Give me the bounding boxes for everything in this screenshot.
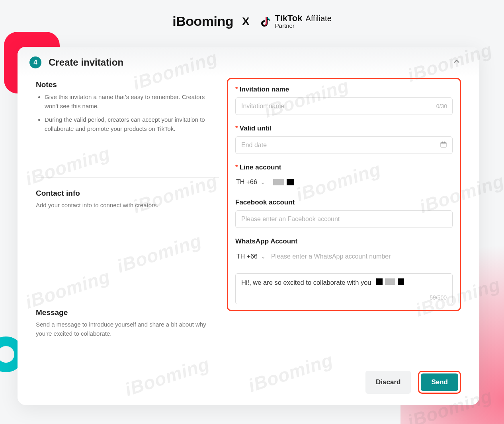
whatsapp-dial-code-select[interactable]: TH +66 ⌄ [236,250,266,263]
step-number-badge: 4 [29,56,41,68]
whatsapp-account-field: WhatsApp Account TH +66 ⌄ [235,237,453,264]
invitation-name-counter: 0/30 [436,103,447,109]
tiktok-affiliate-label: Affiliate [306,14,332,23]
note-item: Give this invitaton a name that's easy t… [45,92,219,111]
contact-info-sub: Add your contact info to connect with cr… [36,201,219,210]
message-text-value: Hi!, we are so excited to collaborate wi… [241,279,371,286]
invitation-name-field: *Invitation name 0/30 [235,86,453,115]
line-account-field: *Line account TH +66 ⌄ [235,163,453,189]
contact-info-header: Contact info [36,189,219,198]
svg-rect-0 [441,142,446,147]
panel-title: Create invitation [49,57,123,68]
required-asterisk: * [235,124,238,132]
chevron-up-icon[interactable] [452,57,461,68]
brand-bar: iBooming X TikTok Affiliate Partner [0,14,504,29]
whatsapp-account-label: WhatsApp Account [235,237,297,245]
line-account-label: Line account [240,163,281,171]
facebook-account-input[interactable] [235,210,453,228]
message-sub: Send a message to introduce yourself and… [36,320,219,338]
message-header: Message [36,308,219,317]
create-invitation-panel: 4 Create invitation Notes Give this invi… [18,47,479,405]
tiktok-wordmark: TikTok [275,14,303,23]
whatsapp-dial-code-value: TH +66 [236,253,258,260]
facebook-account-label: Facebook account [235,198,295,206]
notes-header: Notes [36,80,219,89]
form-highlight-box: *Invitation name 0/30 *Valid until [227,78,461,311]
line-account-redacted [273,179,294,185]
valid-until-field: *Valid until [235,124,453,154]
invitation-name-label: Invitation name [240,86,289,93]
calendar-icon[interactable] [440,141,447,150]
message-textarea[interactable]: Hi!, we are so excited to collaborate wi… [235,273,453,304]
message-counter: 59/500 [430,294,447,301]
chevron-down-icon: ⌄ [261,253,266,260]
notes-list: Give this invitaton a name that's easy t… [36,92,219,133]
invitation-name-input[interactable] [235,97,453,115]
valid-until-input[interactable] [235,136,453,154]
send-button[interactable]: Send [421,373,458,391]
valid-until-label: Valid until [240,124,272,132]
panel-header[interactable]: 4 Create invitation [18,47,479,76]
divider [36,177,219,178]
required-asterisk: * [235,86,238,93]
tiktok-icon [258,15,272,28]
ibooming-logo: iBooming [172,14,233,29]
required-asterisk: * [235,163,238,171]
discard-button[interactable]: Discard [365,371,411,394]
panel-footer: Discard Send [18,363,479,405]
send-button-highlight: Send [418,371,461,394]
line-dial-code-value: TH +66 [236,179,257,186]
tiktok-partner-label: Partner [275,23,332,29]
line-dial-code-select[interactable]: TH +66 ⌄ [235,175,266,189]
whatsapp-account-input[interactable] [271,250,452,263]
facebook-account-field: Facebook account [235,198,453,228]
tiktok-affiliate-logo: TikTok Affiliate Partner [258,14,332,29]
chevron-down-icon: ⌄ [260,179,265,185]
message-redacted [376,278,404,285]
note-item: During the valid period, creators can ac… [45,115,219,134]
brand-separator: X [242,15,250,28]
